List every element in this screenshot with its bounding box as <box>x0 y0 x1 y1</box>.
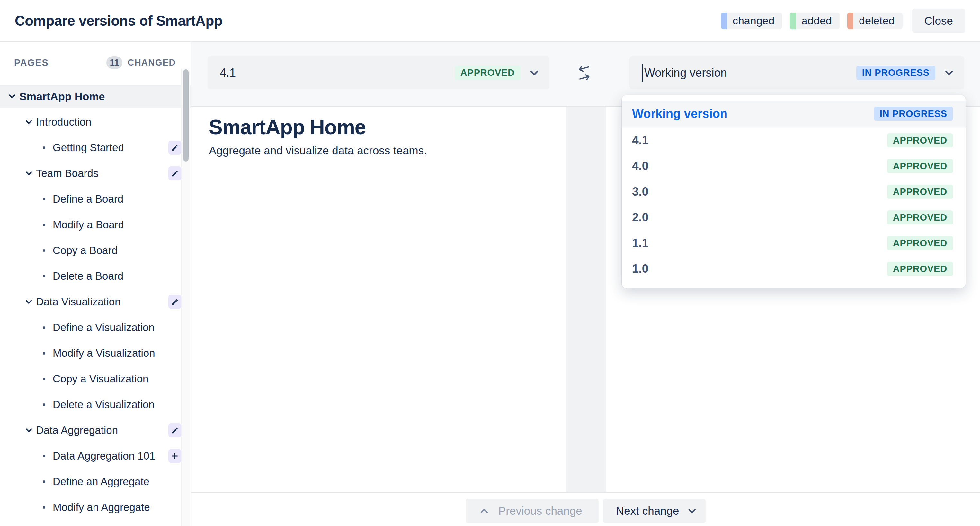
tree-item[interactable]: Define an Aggregate <box>0 470 191 493</box>
dropdown-item[interactable]: 2.0APPROVED <box>622 205 966 230</box>
page-subtitle: Aggregate and visualize data across team… <box>209 144 553 157</box>
page-title: Compare versions of SmartApp <box>15 13 222 29</box>
pages-label: PAGES <box>14 57 49 68</box>
dropdown-item[interactable]: Working versionIN PROGRESS <box>622 100 966 127</box>
legend-color-bar <box>721 13 727 29</box>
right-version-status-badge: IN PROGRESS <box>856 66 935 80</box>
tree-item[interactable]: Data Aggregation <box>0 419 191 442</box>
dropdown-item[interactable]: 3.0APPROVED <box>622 179 966 205</box>
compare-versions-dialog: Compare versions of SmartApp changedadde… <box>0 0 980 526</box>
tree-item[interactable]: Modify an Aggregate <box>0 496 191 519</box>
right-version-input[interactable]: Working version <box>644 66 727 79</box>
dropdown-item-label: 4.0 <box>632 159 648 173</box>
pencil-icon <box>171 170 179 177</box>
tree-item[interactable]: Copy a Board <box>0 239 191 262</box>
page-tree: SmartApp Home IntroductionGetting Starte… <box>0 79 191 519</box>
previous-change-button[interactable]: Previous change <box>466 499 598 523</box>
tree-item-label: SmartApp Home <box>19 90 105 103</box>
next-change-button[interactable]: Next change <box>603 499 706 523</box>
tree-item[interactable]: Data Visualization <box>0 291 191 313</box>
legend-color-bar <box>790 13 796 29</box>
chevron-down-icon[interactable] <box>529 67 540 78</box>
chevron-down-icon[interactable] <box>24 298 33 306</box>
chevron-down-icon[interactable] <box>24 426 33 435</box>
previous-change-label: Previous change <box>498 504 582 517</box>
tree-item[interactable]: Define a Visualization <box>0 316 191 339</box>
legend-deleted-badge: deleted <box>847 13 902 29</box>
left-version-status-badge: APPROVED <box>455 66 520 80</box>
sidebar-header: PAGES 11 CHANGED <box>0 42 191 79</box>
dropdown-item[interactable]: 1.0APPROVED <box>622 256 966 281</box>
bullet-icon <box>43 275 45 277</box>
bullet-icon <box>43 352 45 354</box>
left-version-selector[interactable]: 4.1 APPROVED <box>208 56 549 89</box>
tree-item[interactable]: Copy a Visualization <box>0 368 191 390</box>
dropdown-item-label: 4.1 <box>632 133 648 147</box>
dropdown-item[interactable]: 4.1APPROVED <box>622 127 966 153</box>
bullet-icon <box>43 326 45 329</box>
left-version-pane: SmartApp Home Aggregate and visualize da… <box>191 107 566 492</box>
chevron-down-icon[interactable] <box>24 169 33 178</box>
bullet-icon <box>43 455 45 457</box>
sidebar-scrollbar[interactable] <box>181 68 190 526</box>
right-version-selector[interactable]: Working version IN PROGRESS <box>630 56 964 89</box>
swap-versions-icon[interactable] <box>574 63 594 84</box>
pane-divider <box>566 107 606 492</box>
pencil-icon-badge[interactable] <box>169 166 181 181</box>
tree-item-label: Introduction <box>36 116 91 128</box>
tree-item[interactable]: SmartApp Home <box>0 85 191 108</box>
pencil-icon <box>171 298 179 306</box>
tree-item-label: Define an Aggregate <box>53 475 150 488</box>
bullet-icon <box>43 378 45 380</box>
tree-item-label: Copy a Board <box>53 245 118 257</box>
bullet-icon <box>43 198 45 200</box>
dropdown-item-label: 1.0 <box>632 262 648 275</box>
tree-item-label: Modify an Aggregate <box>53 501 150 513</box>
tree-item-label: Delete a Visualization <box>53 399 154 411</box>
chevron-down-icon[interactable] <box>8 92 16 101</box>
scrollbar-thumb[interactable] <box>183 69 189 162</box>
legend-changed-badge: changed <box>721 13 782 29</box>
tree-item[interactable]: Getting Started <box>0 137 191 159</box>
tree-item-label: Data Aggregation 101 <box>53 450 155 462</box>
header: Compare versions of SmartApp changedadde… <box>0 0 980 42</box>
pencil-icon-badge[interactable] <box>169 423 181 437</box>
tree-item-label: Getting Started <box>53 141 124 154</box>
chevron-down-icon[interactable] <box>944 67 955 78</box>
changed-label: CHANGED <box>127 57 176 68</box>
tree-item[interactable]: Team Boards <box>0 162 191 184</box>
chevron-up-icon <box>479 506 489 516</box>
bullet-icon <box>43 403 45 406</box>
dropdown-item[interactable]: 4.0APPROVED <box>622 153 966 179</box>
tree-item-label: Modify a Board <box>53 219 124 231</box>
legend-label: deleted <box>853 14 902 27</box>
tree-item[interactable]: Delete a Visualization <box>0 393 191 416</box>
legend-color-bar <box>847 13 853 29</box>
tree-item-label: Team Boards <box>36 167 98 180</box>
close-button[interactable]: Close <box>912 9 965 33</box>
tree-item-label: Define a Board <box>53 193 123 205</box>
status-badge: APPROVED <box>887 159 953 173</box>
pencil-icon-badge[interactable] <box>169 295 181 309</box>
tree-item-label: Define a Visualization <box>53 321 154 334</box>
legend-added-badge: added <box>790 13 840 29</box>
left-version-value: 4.1 <box>220 66 236 79</box>
pencil-icon <box>171 144 179 152</box>
text-cursor <box>642 64 643 81</box>
dropdown-item[interactable]: 1.1APPROVED <box>622 230 966 256</box>
chevron-down-icon[interactable] <box>24 118 33 127</box>
tree-item[interactable]: Modify a Board <box>0 213 191 236</box>
tree-item[interactable]: Modify a Visualization <box>0 342 191 364</box>
diff-legend: changedaddeddeleted <box>721 13 902 29</box>
pencil-icon-badge[interactable] <box>169 141 181 155</box>
bullet-icon <box>43 480 45 483</box>
tree-item[interactable]: Introduction <box>0 111 191 133</box>
bullet-icon <box>43 224 45 226</box>
plus-icon <box>170 452 179 460</box>
status-badge: IN PROGRESS <box>874 106 953 121</box>
tree-item[interactable]: Data Aggregation 101 <box>0 445 191 467</box>
add-icon-badge[interactable] <box>169 449 181 463</box>
legend-label: changed <box>727 14 782 27</box>
tree-item[interactable]: Delete a Board <box>0 265 191 288</box>
tree-item[interactable]: Define a Board <box>0 188 191 210</box>
